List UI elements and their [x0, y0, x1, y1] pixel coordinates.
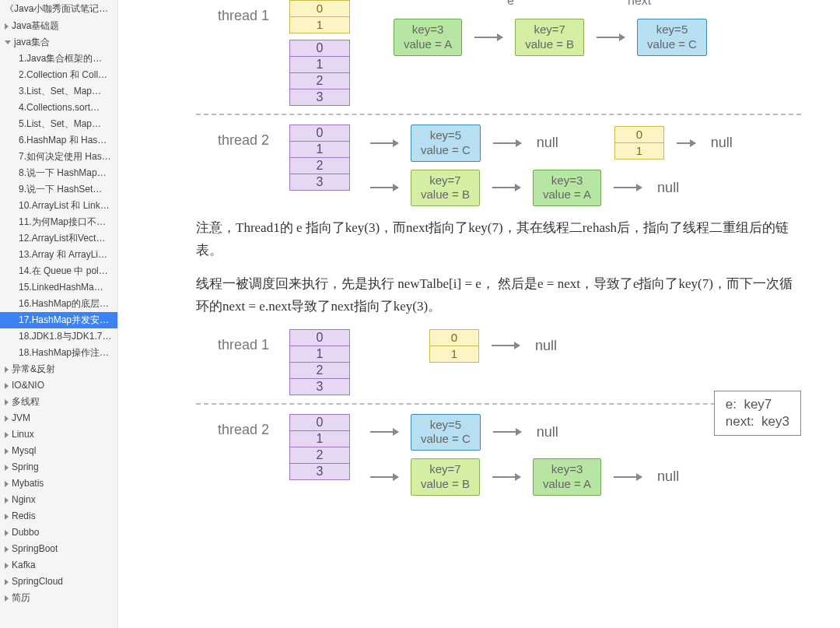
sidebar-subitem[interactable]: 6.HashMap 和 Has…	[0, 132, 117, 149]
arrow-icon	[677, 142, 695, 144]
sidebar-title: 《Java小咖秀面试笔记…	[0, 0, 117, 18]
sidebar-item-label: Nginx	[12, 494, 36, 506]
table-cell: 3	[290, 464, 349, 479]
table-cell: 2	[290, 73, 349, 89]
sidebar-subitem[interactable]: 12.ArrayList和Vect…	[0, 230, 117, 247]
thread2-label: thread 2	[196, 125, 269, 149]
sidebar-subitem-label: 8.说一下 HashMap…	[19, 167, 107, 179]
sidebar-subitem-label: 13.Array 和 ArrayLi…	[19, 249, 107, 261]
sidebar-subitem[interactable]: 5.List、Set、Map…	[0, 116, 117, 132]
chevron-right-icon	[5, 399, 9, 405]
chevron-right-icon	[5, 367, 9, 373]
sidebar-subitem[interactable]: 10.ArrayList 和 Link…	[0, 198, 117, 214]
sidebar-subitem-label: 11.为何Map接口不…	[19, 216, 106, 228]
sidebar-item-label: Spring	[12, 461, 39, 473]
chevron-right-icon	[5, 579, 9, 585]
sidebar-item-label: Java基础题	[12, 20, 59, 32]
null-label: null	[654, 180, 679, 196]
sidebar-subitem[interactable]: 4.Collections.sort…	[0, 100, 117, 116]
sidebar-item[interactable]: SpringBoot	[0, 541, 117, 557]
sidebar-subitem[interactable]: 2.Collection 和 Coll…	[0, 67, 117, 83]
thread1-new-table: 01	[289, 0, 350, 33]
sidebar-subitem[interactable]: 15.LinkedHashMa…	[0, 279, 117, 296]
sidebar-subitem-label: 14.在 Queue 中 pol…	[19, 265, 108, 277]
sidebar-item[interactable]: 异常&反射	[0, 361, 117, 377]
sidebar-item[interactable]: 简历	[0, 590, 117, 606]
label-e: e	[507, 0, 514, 8]
table-cell: 3	[290, 379, 349, 395]
table-cell: 0	[290, 40, 349, 57]
sidebar-item-label: Kafka	[12, 560, 36, 571]
diagram-1-divider	[196, 114, 801, 115]
sidebar-item[interactable]: Nginx	[0, 492, 117, 508]
thread2-row-2: key=7value = Bkey=3value = Anull	[370, 458, 679, 496]
null-label: null	[534, 135, 558, 151]
sidebar-item[interactable]: Kafka	[0, 557, 117, 574]
table-cell: 1	[615, 143, 663, 159]
sidebar-subitem[interactable]: 16.HashMap的底层…	[0, 296, 117, 312]
sidebar-subitem[interactable]: 11.为何Map接口不…	[0, 214, 117, 230]
arrow-icon	[492, 476, 520, 478]
thread1-label: thread 1	[196, 0, 269, 24]
sidebar-item-label: Dubbo	[12, 527, 39, 539]
thread2-row-1: key=5value = C null	[370, 414, 558, 451]
sidebar-subitem[interactable]: 17.HashMap并发安…	[0, 312, 117, 328]
sidebar-subitem[interactable]: 9.说一下 HashSet…	[0, 181, 117, 198]
linked-list-node: key=3value = A	[533, 170, 601, 207]
sidebar-item[interactable]: Dubbo	[0, 525, 117, 541]
sidebar-subitem[interactable]: 18.JDK1.8与JDK1.7…	[0, 328, 117, 345]
table-cell: 2	[290, 158, 349, 174]
sidebar-item[interactable]: 多线程	[0, 394, 117, 410]
chevron-down-icon	[5, 40, 11, 44]
pointer-state-box: e: key7 next: key3	[714, 391, 801, 436]
sidebar-subitem-label: 15.LinkedHashMa…	[19, 282, 103, 293]
sidebar-subitem-label: 6.HashMap 和 Has…	[19, 135, 107, 146]
diagram-1-thread2-row: thread 2 0123 key=5value = C null 01 nul…	[196, 125, 801, 206]
sidebar-subitem[interactable]: 14.在 Queue 中 pol…	[0, 263, 117, 279]
table-cell: 2	[290, 447, 349, 464]
linked-list-node: key=5value = C	[411, 414, 481, 451]
sidebar-sublist: 1.Java集合框架的…2.Collection 和 Coll…3.List、S…	[0, 51, 117, 361]
chevron-right-icon	[5, 595, 9, 602]
sidebar-item[interactable]: Mybatis	[0, 475, 117, 492]
sidebar-subitem[interactable]: 8.说一下 HashMap…	[0, 165, 117, 181]
sidebar-item-label: Mybatis	[12, 478, 44, 489]
table-cell: 1	[290, 17, 349, 33]
sidebar-item[interactable]: Java基础题	[0, 18, 117, 34]
table-cell: 1	[430, 346, 478, 362]
sidebar-item[interactable]: Spring	[0, 459, 117, 475]
sidebar-subitem-label: 5.List、Set、Map…	[19, 118, 101, 130]
diagram-2-thread1-row: thread 1 0123 01 null	[196, 329, 801, 395]
thread2-row1-node: key=5value = C	[411, 125, 481, 162]
sidebar-item[interactable]: Mysql	[0, 443, 117, 459]
sidebar-item[interactable]: JVM	[0, 410, 117, 426]
label-next: next	[628, 0, 651, 8]
chevron-right-icon	[5, 23, 9, 30]
sidebar-subitem[interactable]: 3.List、Set、Map…	[0, 83, 117, 100]
thread2-label: thread 2	[196, 414, 269, 438]
table-cell: 1	[290, 142, 349, 158]
diagram-2-divider	[196, 403, 801, 405]
sidebar-item-label: IO&NIO	[12, 380, 44, 391]
sidebar-item-label: JVM	[12, 412, 30, 424]
sidebar-item[interactable]: IO&NIO	[0, 377, 117, 394]
sidebar-item[interactable]: SpringCloud	[0, 574, 117, 590]
sidebar-item-label: 异常&反射	[12, 363, 55, 375]
sidebar-subitem-label: 18.JDK1.8与JDK1.7…	[19, 331, 111, 342]
table-cell: 0	[290, 1, 349, 17]
linked-list-node: key=7value = B	[515, 19, 584, 56]
thread1-right-row: 01 null	[370, 329, 557, 363]
arrow-icon	[370, 142, 398, 144]
sidebar-subitem[interactable]: 7.如何决定使用 Has…	[0, 149, 117, 165]
sidebar-item[interactable]: Redis	[0, 508, 117, 525]
sidebar-subitem[interactable]: 13.Array 和 ArrayLi…	[0, 247, 117, 263]
sidebar-item[interactable]: Linux	[0, 426, 117, 443]
linked-list-node: key=5value = C	[637, 19, 707, 56]
chevron-right-icon	[5, 432, 9, 438]
thread2-row1-yellow-table: 01	[614, 126, 664, 160]
table-cell: 0	[290, 415, 349, 431]
sidebar-subitem[interactable]: 1.Java集合框架的…	[0, 51, 117, 67]
sidebar-item[interactable]: java集合	[0, 34, 117, 51]
chevron-right-icon	[5, 514, 9, 520]
sidebar-subitem[interactable]: 18.HashMap操作注…	[0, 345, 117, 361]
